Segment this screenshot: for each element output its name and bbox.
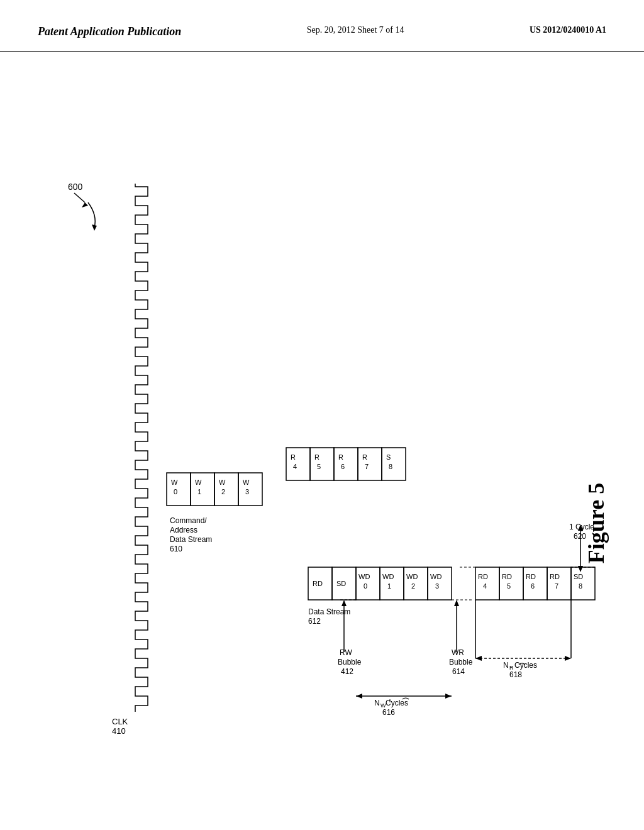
- svg-rect-29: [382, 448, 406, 480]
- svg-rect-52: [475, 567, 499, 600]
- svg-text:RD: RD: [313, 580, 323, 587]
- svg-text:7: 7: [365, 463, 369, 470]
- svg-text:2: 2: [221, 488, 225, 495]
- svg-text:618: 618: [509, 670, 522, 679]
- svg-text:614: 614: [452, 667, 465, 676]
- svg-text:3: 3: [245, 488, 249, 495]
- svg-text:5: 5: [317, 463, 321, 470]
- svg-text:N: N: [503, 661, 509, 670]
- svg-text:8: 8: [579, 582, 582, 590]
- svg-text:5: 5: [507, 582, 511, 590]
- svg-rect-8: [191, 473, 214, 506]
- svg-text:0: 0: [364, 582, 367, 590]
- svg-text:RD: RD: [550, 573, 560, 580]
- svg-text:0: 0: [174, 488, 177, 495]
- patent-number: US 2012/0240010 A1: [530, 25, 606, 35]
- svg-text:4: 4: [483, 582, 487, 590]
- svg-rect-55: [499, 567, 523, 600]
- svg-marker-73: [341, 600, 347, 606]
- svg-text:S: S: [386, 453, 391, 461]
- svg-rect-11: [214, 473, 238, 506]
- svg-text:Address: Address: [170, 526, 197, 534]
- svg-text:R: R: [314, 453, 319, 461]
- svg-text:W: W: [171, 479, 178, 486]
- svg-text:612: 612: [308, 617, 321, 626]
- svg-text:1: 1: [197, 488, 201, 495]
- svg-text:WD: WD: [358, 573, 370, 580]
- svg-text:R: R: [338, 453, 343, 461]
- svg-text:Cycles: Cycles: [386, 699, 408, 707]
- svg-line-1: [74, 193, 85, 202]
- svg-text:R: R: [291, 453, 296, 461]
- svg-text:Cycles: Cycles: [514, 661, 537, 670]
- svg-text:RW: RW: [340, 648, 352, 657]
- svg-text:Data Stream: Data Stream: [170, 535, 212, 544]
- svg-marker-85: [445, 694, 452, 699]
- svg-text:SD: SD: [574, 573, 583, 580]
- svg-text:4: 4: [293, 463, 297, 470]
- svg-text:410: 410: [112, 726, 126, 736]
- svg-marker-106: [92, 224, 97, 231]
- svg-text:R: R: [362, 453, 367, 461]
- publication-title: Patent Application Publication: [38, 25, 181, 38]
- svg-rect-26: [358, 448, 382, 480]
- svg-marker-93: [565, 656, 571, 661]
- svg-rect-58: [523, 567, 547, 600]
- svg-text:600: 600: [68, 182, 83, 192]
- svg-text:412: 412: [341, 667, 353, 676]
- svg-text:W: W: [243, 479, 250, 486]
- svg-text:Command/: Command/: [170, 516, 207, 525]
- svg-marker-92: [475, 656, 482, 661]
- svg-text:WD: WD: [430, 573, 441, 580]
- svg-text:616: 616: [382, 708, 395, 717]
- svg-text:Bubble: Bubble: [338, 658, 362, 667]
- svg-marker-2: [82, 202, 88, 208]
- svg-text:Bubble: Bubble: [449, 658, 473, 667]
- svg-text:WD: WD: [382, 573, 394, 580]
- svg-rect-20: [310, 448, 334, 480]
- svg-text:W: W: [195, 479, 202, 486]
- svg-text:6: 6: [531, 582, 535, 590]
- svg-rect-64: [571, 567, 595, 600]
- svg-text:WR: WR: [452, 648, 464, 657]
- diagram-svg: Figure 5 600 CLK 410 W 0 W 1: [0, 52, 644, 819]
- svg-rect-23: [334, 448, 358, 480]
- svg-text:N: N: [374, 699, 380, 707]
- sheet-info: Sep. 20, 2012 Sheet 7 of 14: [307, 25, 404, 35]
- svg-rect-14: [238, 473, 262, 506]
- svg-rect-46: [404, 567, 428, 600]
- svg-text:W: W: [219, 479, 226, 486]
- svg-text:CLK: CLK: [112, 717, 128, 726]
- svg-text:8: 8: [389, 463, 392, 470]
- svg-text:RD: RD: [478, 573, 488, 580]
- page-header: Patent Application Publication Sep. 20, …: [0, 0, 644, 52]
- svg-text:SD: SD: [336, 580, 346, 587]
- diagram-area: Figure 5 600 CLK 410 W 0 W 1: [0, 52, 644, 819]
- svg-rect-49: [428, 567, 452, 600]
- svg-text:610: 610: [170, 545, 182, 553]
- svg-text:3: 3: [435, 582, 439, 590]
- svg-marker-84: [356, 694, 362, 699]
- svg-text:WD: WD: [406, 573, 418, 580]
- svg-text:2: 2: [411, 582, 415, 590]
- svg-rect-40: [356, 567, 380, 600]
- svg-rect-17: [286, 448, 310, 480]
- svg-text:6: 6: [341, 463, 345, 470]
- svg-text:1: 1: [387, 582, 391, 590]
- svg-text:7: 7: [555, 582, 558, 590]
- svg-text:RD: RD: [526, 573, 536, 580]
- svg-marker-78: [454, 600, 459, 606]
- svg-text:620: 620: [574, 532, 586, 541]
- svg-text:RD: RD: [502, 573, 512, 580]
- svg-rect-61: [547, 567, 571, 600]
- svg-rect-5: [167, 473, 191, 506]
- svg-rect-43: [380, 567, 404, 600]
